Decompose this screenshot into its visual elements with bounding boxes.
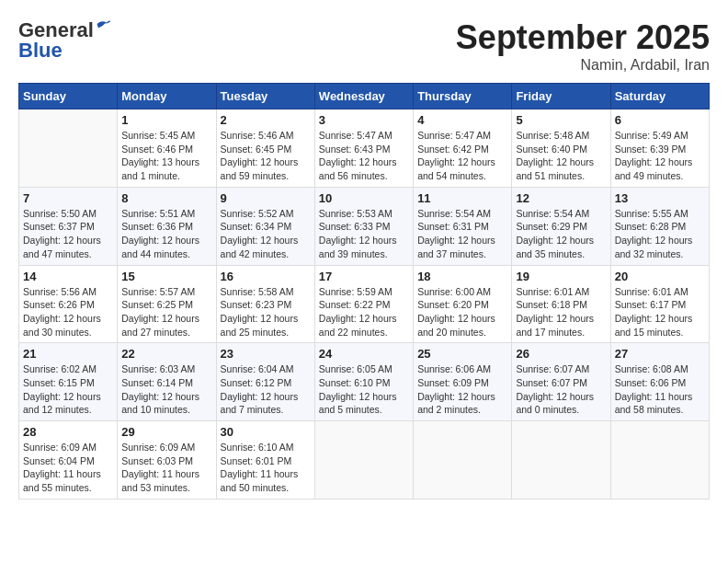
calendar-cell: 26Sunrise: 6:07 AMSunset: 6:07 PMDayligh… [512,343,610,421]
day-info: Sunrise: 5:47 AMSunset: 6:42 PMDaylight:… [417,129,507,183]
day-number: 7 [23,191,113,205]
day-number: 13 [615,191,705,205]
calendar-table: SundayMondayTuesdayWednesdayThursdayFrid… [18,83,710,500]
day-header-wednesday: Wednesday [314,84,413,109]
day-info: Sunrise: 5:46 AMSunset: 6:45 PMDaylight:… [221,129,311,183]
calendar-cell: 11Sunrise: 5:54 AMSunset: 6:31 PMDayligh… [414,187,512,265]
logo-bird-icon [96,18,112,35]
calendar-cell [314,421,413,500]
day-info: Sunrise: 5:55 AMSunset: 6:28 PMDaylight:… [615,207,705,261]
week-row-5: 28Sunrise: 6:09 AMSunset: 6:04 PMDayligh… [19,421,710,500]
calendar-cell [414,421,512,500]
calendar-cell: 10Sunrise: 5:53 AMSunset: 6:33 PMDayligh… [314,187,413,265]
days-header-row: SundayMondayTuesdayWednesdayThursdayFrid… [19,84,710,109]
week-row-3: 14Sunrise: 5:56 AMSunset: 6:26 PMDayligh… [19,265,710,343]
calendar-cell: 22Sunrise: 6:03 AMSunset: 6:14 PMDayligh… [118,343,216,421]
calendar-cell: 4Sunrise: 5:47 AMSunset: 6:42 PMDaylight… [414,109,512,188]
day-header-saturday: Saturday [610,84,709,109]
day-info: Sunrise: 6:00 AMSunset: 6:20 PMDaylight:… [417,285,507,339]
day-info: Sunrise: 6:01 AMSunset: 6:17 PMDaylight:… [615,285,705,339]
day-info: Sunrise: 5:56 AMSunset: 6:26 PMDaylight:… [23,285,113,339]
calendar-cell: 8Sunrise: 5:51 AMSunset: 6:36 PMDaylight… [118,187,216,265]
day-info: Sunrise: 5:58 AMSunset: 6:23 PMDaylight:… [221,285,311,339]
calendar-cell: 9Sunrise: 5:52 AMSunset: 6:34 PMDaylight… [216,187,314,265]
day-number: 6 [615,113,705,127]
day-header-sunday: Sunday [19,84,118,109]
calendar-cell: 28Sunrise: 6:09 AMSunset: 6:04 PMDayligh… [19,421,118,500]
calendar-cell: 21Sunrise: 6:02 AMSunset: 6:15 PMDayligh… [19,343,118,421]
day-info: Sunrise: 6:04 AMSunset: 6:12 PMDaylight:… [221,362,311,417]
day-number: 17 [319,270,409,283]
calendar-cell: 20Sunrise: 6:01 AMSunset: 6:17 PMDayligh… [610,265,709,343]
day-number: 8 [121,191,211,205]
day-number: 26 [516,347,606,361]
day-number: 29 [121,425,211,439]
day-info: Sunrise: 6:06 AMSunset: 6:09 PMDaylight:… [417,362,507,417]
calendar-cell: 13Sunrise: 5:55 AMSunset: 6:28 PMDayligh… [610,187,709,265]
day-info: Sunrise: 5:49 AMSunset: 6:39 PMDaylight:… [615,129,705,183]
day-info: Sunrise: 5:54 AMSunset: 6:31 PMDaylight:… [417,207,507,261]
calendar-cell: 2Sunrise: 5:46 AMSunset: 6:45 PMDaylight… [216,109,314,188]
day-info: Sunrise: 6:08 AMSunset: 6:06 PMDaylight:… [615,362,705,417]
day-info: Sunrise: 6:09 AMSunset: 6:03 PMDaylight:… [121,441,211,495]
day-number: 4 [417,113,507,127]
day-info: Sunrise: 6:09 AMSunset: 6:04 PMDaylight:… [23,441,113,495]
day-info: Sunrise: 6:07 AMSunset: 6:07 PMDaylight:… [516,362,606,417]
calendar-cell: 24Sunrise: 6:05 AMSunset: 6:10 PMDayligh… [314,343,413,421]
calendar-cell: 17Sunrise: 5:59 AMSunset: 6:22 PMDayligh… [314,265,413,343]
page-header: General Blue September 2025 Namin, Ardab… [18,18,710,74]
day-info: Sunrise: 5:51 AMSunset: 6:36 PMDaylight:… [121,207,211,261]
calendar-cell: 19Sunrise: 6:01 AMSunset: 6:18 PMDayligh… [512,265,610,343]
calendar-cell: 7Sunrise: 5:50 AMSunset: 6:37 PMDaylight… [19,187,118,265]
calendar-cell [610,421,709,500]
day-number: 24 [319,347,409,361]
calendar-cell: 16Sunrise: 5:58 AMSunset: 6:23 PMDayligh… [216,265,314,343]
day-info: Sunrise: 6:01 AMSunset: 6:18 PMDaylight:… [516,285,606,339]
day-header-thursday: Thursday [414,84,512,109]
calendar-cell: 14Sunrise: 5:56 AMSunset: 6:26 PMDayligh… [19,265,118,343]
day-header-monday: Monday [118,84,216,109]
day-number: 18 [417,270,507,283]
day-number: 21 [23,347,113,361]
day-header-tuesday: Tuesday [216,84,314,109]
day-info: Sunrise: 6:05 AMSunset: 6:10 PMDaylight:… [319,362,409,417]
day-number: 25 [417,347,507,361]
day-number: 5 [516,113,606,127]
calendar-cell: 6Sunrise: 5:49 AMSunset: 6:39 PMDaylight… [610,109,709,188]
day-number: 14 [23,270,113,283]
week-row-4: 21Sunrise: 6:02 AMSunset: 6:15 PMDayligh… [19,343,710,421]
calendar-cell: 3Sunrise: 5:47 AMSunset: 6:43 PMDaylight… [314,109,413,188]
day-info: Sunrise: 5:54 AMSunset: 6:29 PMDaylight:… [516,207,606,261]
calendar-cell: 15Sunrise: 5:57 AMSunset: 6:25 PMDayligh… [118,265,216,343]
day-number: 28 [23,425,113,439]
day-info: Sunrise: 5:52 AMSunset: 6:34 PMDaylight:… [221,207,311,261]
day-number: 15 [121,270,211,283]
calendar-cell [512,421,610,500]
day-info: Sunrise: 5:57 AMSunset: 6:25 PMDaylight:… [121,285,211,339]
title-block: September 2025 Namin, Ardabil, Iran [456,18,710,74]
day-number: 20 [615,270,705,283]
calendar-cell: 30Sunrise: 6:10 AMSunset: 6:01 PMDayligh… [216,421,314,500]
week-row-1: 1Sunrise: 5:45 AMSunset: 6:46 PMDaylight… [19,109,710,188]
day-number: 2 [221,113,311,127]
day-number: 3 [319,113,409,127]
day-info: Sunrise: 5:59 AMSunset: 6:22 PMDaylight:… [319,285,409,339]
calendar-cell: 18Sunrise: 6:00 AMSunset: 6:20 PMDayligh… [414,265,512,343]
day-info: Sunrise: 5:45 AMSunset: 6:46 PMDaylight:… [121,129,211,183]
calendar-cell: 29Sunrise: 6:09 AMSunset: 6:03 PMDayligh… [118,421,216,500]
calendar-cell: 25Sunrise: 6:06 AMSunset: 6:09 PMDayligh… [414,343,512,421]
day-info: Sunrise: 6:10 AMSunset: 6:01 PMDaylight:… [221,441,311,495]
day-info: Sunrise: 5:48 AMSunset: 6:40 PMDaylight:… [516,129,606,183]
day-number: 16 [221,270,311,283]
calendar-cell: 23Sunrise: 6:04 AMSunset: 6:12 PMDayligh… [216,343,314,421]
day-number: 19 [516,270,606,283]
calendar-cell: 12Sunrise: 5:54 AMSunset: 6:29 PMDayligh… [512,187,610,265]
day-number: 27 [615,347,705,361]
day-number: 30 [221,425,311,439]
day-info: Sunrise: 5:53 AMSunset: 6:33 PMDaylight:… [319,207,409,261]
location: Namin, Ardabil, Iran [456,57,710,74]
day-number: 9 [221,191,311,205]
day-info: Sunrise: 6:02 AMSunset: 6:15 PMDaylight:… [23,362,113,417]
day-number: 22 [121,347,211,361]
day-number: 12 [516,191,606,205]
